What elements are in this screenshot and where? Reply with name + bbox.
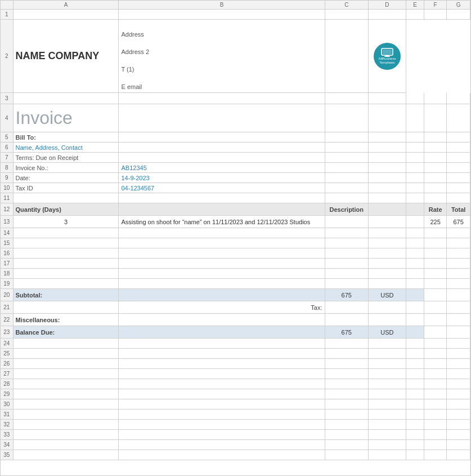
cell-f3[interactable] — [424, 93, 447, 104]
cell-g22[interactable] — [447, 314, 470, 326]
cell-b18[interactable] — [119, 269, 325, 279]
cell-c21[interactable] — [325, 301, 368, 314]
invoice-no-label[interactable]: Invoice No.: — [13, 163, 119, 173]
cell-g6[interactable] — [447, 143, 470, 153]
cell-e6[interactable] — [406, 143, 424, 153]
cell-e8[interactable] — [406, 163, 424, 173]
cell-b7[interactable] — [119, 153, 325, 163]
table-row-desc-e[interactable] — [406, 216, 424, 228]
cell-a15[interactable] — [13, 238, 119, 248]
cell-f19[interactable] — [424, 279, 447, 289]
table-row-rate[interactable]: 225 — [424, 216, 447, 228]
table-row-total[interactable]: 675 — [447, 216, 470, 228]
cell-f16[interactable] — [424, 248, 447, 259]
cell-g18[interactable] — [447, 269, 470, 279]
cell-a19[interactable] — [13, 279, 119, 289]
cell-f15[interactable] — [424, 238, 447, 248]
table-row-quantity[interactable]: 3 — [13, 216, 119, 228]
cell-c9[interactable] — [325, 173, 368, 183]
company-name[interactable]: NAME COMPANY — [13, 20, 119, 93]
cell-f23[interactable] — [424, 326, 447, 339]
cell-d1[interactable] — [369, 10, 406, 20]
cell-g4[interactable] — [447, 104, 470, 132]
cell-a1[interactable] — [13, 10, 119, 20]
cell-e4[interactable] — [406, 104, 424, 132]
cell-g3[interactable] — [447, 93, 470, 104]
cell-c11[interactable] — [325, 193, 368, 203]
col-header-g[interactable]: G — [447, 1, 470, 10]
cell-f20[interactable] — [424, 289, 447, 301]
cell-c6[interactable] — [325, 143, 368, 153]
cell-a21[interactable] — [13, 301, 119, 314]
cell-f21[interactable] — [424, 301, 447, 314]
cell-g1[interactable] — [447, 10, 470, 20]
cell-b1[interactable] — [119, 10, 325, 20]
cell-c18[interactable] — [325, 269, 368, 279]
cell-d7[interactable] — [369, 153, 406, 163]
cell-b11[interactable] — [119, 193, 325, 203]
cell-d15[interactable] — [369, 238, 406, 248]
cell-f14[interactable] — [424, 228, 447, 238]
cell-d14[interactable] — [369, 228, 406, 238]
tax-id-value[interactable]: 04-1234567 — [119, 183, 325, 193]
cell-e3[interactable] — [406, 93, 424, 104]
cell-f6[interactable] — [424, 143, 447, 153]
cell-e18[interactable] — [406, 269, 424, 279]
cell-g15[interactable] — [447, 238, 470, 248]
bill-to-label[interactable]: Bill To: — [13, 132, 119, 143]
cell-c16[interactable] — [325, 248, 368, 259]
cell-c15[interactable] — [325, 238, 368, 248]
cell-g21[interactable] — [447, 301, 470, 314]
cell-b15[interactable] — [119, 238, 325, 248]
cell-f7[interactable] — [424, 153, 447, 163]
terms-label[interactable]: Terms: Due on Receipt — [13, 153, 119, 163]
cell-b19[interactable] — [119, 279, 325, 289]
cell-e15[interactable] — [406, 238, 424, 248]
cell-e1[interactable] — [406, 10, 424, 20]
cell-f8[interactable] — [424, 163, 447, 173]
cell-e9[interactable] — [406, 173, 424, 183]
cell-d8[interactable] — [369, 163, 406, 173]
cell-b3[interactable] — [119, 93, 325, 104]
cell-f17[interactable] — [424, 259, 447, 269]
cell-d19[interactable] — [369, 279, 406, 289]
cell-e5[interactable] — [406, 132, 424, 143]
cell-d21[interactable] — [369, 301, 406, 314]
cell-e17[interactable] — [406, 259, 424, 269]
cell-d3[interactable] — [369, 93, 406, 104]
table-row-desc-c[interactable] — [325, 216, 368, 228]
cell-e19[interactable] — [406, 279, 424, 289]
cell-d9[interactable] — [369, 173, 406, 183]
cell-e14[interactable] — [406, 228, 424, 238]
cell-e10[interactable] — [406, 183, 424, 193]
date-value[interactable]: 14-9-2023 — [119, 173, 325, 183]
cell-g11[interactable] — [447, 193, 470, 203]
cell-d11[interactable] — [369, 193, 406, 203]
cell-g14[interactable] — [447, 228, 470, 238]
cell-e11[interactable] — [406, 193, 424, 203]
subtotal-currency[interactable]: USD — [369, 289, 406, 301]
cell-c8[interactable] — [325, 163, 368, 173]
cell-f5[interactable] — [424, 132, 447, 143]
cell-g16[interactable] — [447, 248, 470, 259]
cell-a3[interactable] — [13, 93, 119, 104]
col-header-f[interactable]: F — [424, 1, 447, 10]
cell-d17[interactable] — [369, 259, 406, 269]
cell-g23[interactable] — [447, 326, 470, 339]
cell-e21[interactable] — [406, 301, 424, 314]
cell-c14[interactable] — [325, 228, 368, 238]
tax-id-label[interactable]: Tax ID — [13, 183, 119, 193]
cell-a18[interactable] — [13, 269, 119, 279]
cell-c7[interactable] — [325, 153, 368, 163]
cell-d10[interactable] — [369, 183, 406, 193]
cell-a17[interactable] — [13, 259, 119, 269]
cell-d5[interactable] — [369, 132, 406, 143]
cell-c4[interactable] — [325, 104, 368, 132]
cell-g5[interactable] — [447, 132, 470, 143]
cell-f9[interactable] — [424, 173, 447, 183]
invoice-no-value[interactable]: AB12345 — [119, 163, 325, 173]
cell-c19[interactable] — [325, 279, 368, 289]
cell-d4[interactable] — [369, 104, 406, 132]
cell-c17[interactable] — [325, 259, 368, 269]
balance-currency[interactable]: USD — [369, 326, 406, 339]
